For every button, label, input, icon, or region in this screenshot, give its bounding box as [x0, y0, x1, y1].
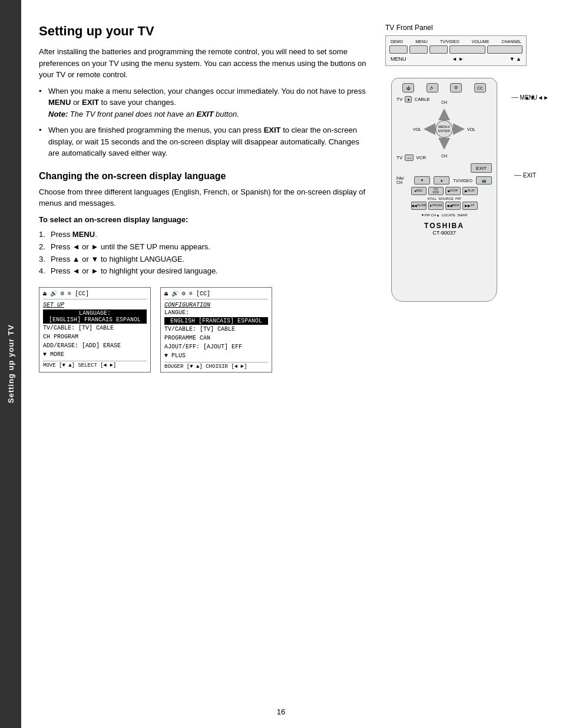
- fp-label-menu: MENU: [415, 39, 428, 44]
- remote-side-exit-label: EXIT: [514, 172, 536, 179]
- remote-rew-btn: ◀◀REW: [445, 202, 461, 210]
- dpad-left: [424, 123, 435, 135]
- remote-label-tvvideo: TV/VIDEO: [453, 179, 472, 183]
- fp-top-labels: DEMO MENU TV/VIDEO VOLUME CHANNEL: [389, 39, 523, 44]
- fp-label-channel: CHANNEL: [502, 39, 521, 44]
- fp-bottom-menu: MENU: [391, 56, 406, 62]
- bullet-item-2: When you are finished programming the me…: [39, 124, 368, 159]
- dpad-right: [453, 123, 465, 135]
- dpad: CH VOL MENU/ENTER VOL CH: [424, 108, 465, 150]
- menu-screenshots: ⏏ 🔊 ⚙ ≡ [CC] SET UP LANGUAGE: [ENGLISH] …: [39, 287, 368, 373]
- menu-row3-right: AJOUT/EFF: [AJOUT] EFF: [164, 342, 268, 351]
- remote-still-label: STILL: [427, 197, 437, 200]
- dpad-area: CH VOL MENU/ENTER VOL CH: [396, 108, 492, 150]
- menu-row1-right: TV/CABLE: [TV] CABLE: [164, 325, 268, 334]
- remote-side-arrows-label: ▲▼ ◄►: [524, 94, 549, 101]
- fp-buttons-row: [389, 45, 523, 54]
- remote-exit-btn: EXIT: [471, 163, 492, 173]
- dpad-label-vol-l: VOL: [413, 127, 421, 131]
- section2-intro: Choose from three different languages (E…: [39, 186, 368, 209]
- icon-settings-r: ⚙: [182, 290, 186, 297]
- remote-locate-label: LOCATE: [441, 213, 455, 217]
- page-number: 16: [277, 707, 285, 716]
- menu-row4-right: ▼ PLUS: [164, 351, 268, 360]
- menu-icons-row-right: ⏏ 🔊 ⚙ ≡ [CC]: [164, 290, 268, 299]
- remote-slow-btn: ◀◀SLOW: [411, 202, 427, 210]
- steps-list: 1. Press MENU. 2. Press ◄ or ► until the…: [39, 229, 368, 278]
- menu-bottom-left: MOVE [▼ ▲] SELECT [◄ ►]: [43, 361, 147, 368]
- fp-btn-tvvideo: [429, 45, 448, 54]
- remote-ff-btn: ▶▶FF: [462, 202, 478, 210]
- remote-model: CT-90037: [396, 230, 492, 236]
- remote-rec-row: ●REC TV/VCR ■STOP ▶PLAY: [396, 187, 492, 195]
- remote-still-row: STILL SOURCE PIP: [396, 197, 492, 200]
- remote-pip-label: PIP: [455, 197, 461, 200]
- fp-label-volume: VOLUME: [472, 39, 490, 44]
- menu-box-setup: ⏏ 🔊 ⚙ ≡ [CC] SET UP LANGUAGE: [ENGLISH] …: [39, 287, 151, 373]
- remote-tvcr-btn: TV/VCR: [428, 187, 444, 195]
- remote-pipch-label: ▼PIP CH▲: [421, 213, 440, 217]
- icon-caption: ≡: [68, 291, 71, 297]
- dpad-up: [438, 108, 450, 120]
- menu-row2-right: PROGRAMME CAN: [164, 334, 268, 342]
- bullet-list: When you make a menu selection, your cha…: [39, 85, 368, 159]
- remote-stop-btn: ■STOP: [445, 187, 461, 195]
- remote-source-label: SOURCE: [438, 197, 454, 200]
- remote-swap-label: SWAP: [457, 213, 467, 217]
- icon-vol-r: 🔊: [171, 290, 178, 297]
- menu-icons-row-left: ⏏ 🔊 ⚙ ≡ [CC]: [43, 290, 147, 299]
- menu-title-setup: SET UP: [43, 302, 147, 308]
- icon-eject-r: ⏏: [164, 290, 168, 297]
- fp-bottom-arrows1: ◄ ►: [452, 56, 464, 62]
- fp-bottom-arrows2: ▼ ▲: [510, 56, 521, 62]
- remote-wrapper: ⏻ 🔊 ⚙ CC TV ● CABLE: [385, 78, 533, 302]
- menu-box-config: ⏏ 🔊 ⚙ ≡ [CC] CONFIGURATION LANGUE: ENGLI…: [160, 287, 272, 373]
- remote-exit-row: EXIT: [396, 163, 492, 173]
- remote-fav-up: ▲: [434, 176, 449, 185]
- sidebar-label: Setting up your TV: [6, 325, 15, 404]
- dpad-center: MENU/ENTER: [435, 120, 453, 138]
- intro-paragraph: After installing the batteries and progr…: [39, 46, 368, 81]
- remote-label-vcr: VCR: [416, 155, 426, 160]
- remote-diagram: ⏻ 🔊 ⚙ CC TV ● CABLE: [391, 78, 497, 302]
- remote-switch2: —: [405, 154, 414, 161]
- remote-label-tv: TV: [396, 97, 402, 102]
- step-3: 3. Press ▲ or ▼ to highlight LANGUAGE.: [39, 253, 368, 266]
- menu-bottom-right: BOUGER [▼ ▲] CHOISIR [◄ ►]: [164, 362, 268, 370]
- remote-label-tv2: TV: [396, 155, 402, 160]
- dpad-down: [438, 138, 450, 150]
- remote-fav-dn: ▼: [414, 176, 430, 185]
- fp-btn-menu: [409, 45, 428, 54]
- menu-lang-highlight: LANGUAGE: [ENGLISH] FRANCAIS ESPANOL: [43, 309, 147, 324]
- step-4: 4. Press ◄ or ► to highlight your desire…: [39, 265, 368, 278]
- remote-top-icons: ⏻ 🔊 ⚙ CC: [396, 83, 492, 93]
- fp-btn-demo: [389, 45, 408, 54]
- fp-label-demo: DEMO: [391, 39, 403, 44]
- remote-tvvideo-btn: 📺: [476, 176, 492, 185]
- menu-row4-left: ▼ MORE: [43, 350, 147, 359]
- menu-lang-label-r: LANGUE:: [164, 309, 189, 316]
- icon-settings: ⚙: [61, 290, 64, 297]
- remote-label-cable: CABLE: [414, 97, 429, 102]
- remote-fav-row: FAV CH ▼ ▲ TV/VIDEO 📺: [396, 176, 492, 185]
- remote-switch: ●: [405, 96, 412, 103]
- remote-btn-vol: 🔊: [427, 83, 438, 93]
- remote-rec-btn: ●REC: [411, 187, 427, 195]
- remote-brand: TOSHIBA: [396, 222, 492, 230]
- menu-lang-highlight-r: ENGLISH [FRANCAIS] ESPANOL: [164, 317, 268, 325]
- remote-pause-btn: ⏸PAUSE: [428, 202, 444, 210]
- menu-title-config: CONFIGURATION: [164, 302, 268, 308]
- section2-title: Changing the on-screen display language: [39, 171, 368, 182]
- menu-row2-left: CH PROGRAM: [43, 332, 147, 341]
- icon-caption-r: ≡: [189, 291, 193, 297]
- front-panel-diagram: DEMO MENU TV/VIDEO VOLUME CHANNEL: [385, 35, 527, 66]
- step-1: 1. Press MENU.: [39, 229, 368, 241]
- fp-bottom-row: MENU ◄ ► ▼ ▲: [389, 56, 523, 62]
- icon-eject: ⏏: [43, 290, 47, 297]
- front-panel-container: DEMO MENU TV/VIDEO VOLUME CHANNEL: [385, 35, 538, 66]
- remote-play-btn: ▶PLAY: [462, 187, 478, 195]
- remote-pip-row: ▼PIP CH▲ LOCATE SWAP: [396, 213, 492, 217]
- menu-row3-left: ADD/ERASE: [ADD] ERASE: [43, 341, 147, 350]
- step-2: 2. Press ◄ or ► until the SET UP menu ap…: [39, 241, 368, 253]
- remote-btn-cc: CC: [474, 83, 486, 93]
